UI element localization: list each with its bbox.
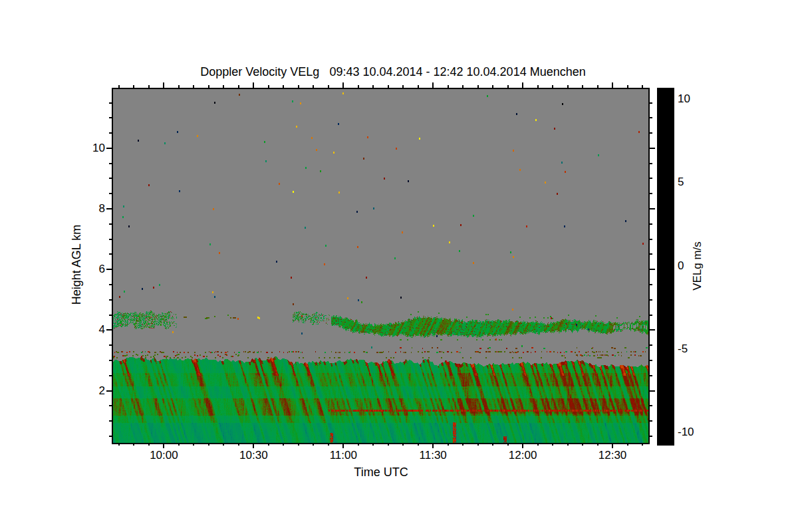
plot-area (112, 88, 650, 444)
cbar-minor-tick (670, 115, 673, 116)
y-minor-tick (109, 253, 112, 255)
x-minor-tick (313, 443, 314, 446)
cbar-minor-tick (670, 299, 673, 300)
colorbar-gradient (658, 89, 673, 444)
x-minor-tick-top (567, 85, 569, 88)
x-minor-tick-top (552, 85, 553, 88)
y-minor-tick (109, 284, 112, 285)
cbar-minor-tick (670, 332, 673, 333)
y-major-tick (106, 329, 112, 331)
x-minor-tick-top (118, 85, 120, 88)
x-tick-label: 10:30 (230, 449, 277, 462)
x-minor-tick (552, 443, 553, 446)
y-minor-tick (109, 315, 112, 316)
x-minor-tick-top (208, 85, 209, 88)
y-minor-tick (109, 163, 112, 164)
cbar-tick-label: -5 (678, 342, 707, 356)
y-minor-tick (109, 405, 112, 406)
cbar-minor-tick (670, 398, 673, 400)
x-minor-tick (268, 443, 269, 446)
y-major-tick (106, 390, 112, 392)
y-minor-tick (109, 420, 112, 422)
x-minor-tick (118, 443, 120, 446)
cbar-major-tick (668, 432, 673, 433)
y-major-tick (106, 148, 112, 149)
x-minor-tick (208, 443, 209, 446)
x-axis-title: Time UTC (354, 466, 408, 479)
y-tick-label: 8 (78, 202, 105, 215)
y-minor-tick-right (650, 132, 652, 134)
y-tick-label: 4 (78, 323, 105, 336)
cbar-minor-tick (670, 249, 673, 250)
x-minor-tick-top (402, 85, 404, 88)
cbar-major-tick (668, 265, 673, 267)
y-minor-tick (109, 436, 112, 437)
y-minor-tick-right (650, 284, 652, 285)
x-minor-tick (133, 443, 134, 446)
x-minor-tick-top (223, 85, 224, 88)
x-tick-label: 11:00 (320, 449, 366, 462)
x-minor-tick (148, 443, 150, 446)
cbar-major-tick (668, 182, 673, 183)
x-minor-tick-top (418, 85, 419, 88)
x-minor-tick (223, 443, 224, 446)
x-minor-tick (477, 443, 479, 446)
x-minor-tick-top (448, 85, 449, 88)
y-minor-tick-right (650, 253, 652, 255)
x-major-tick (342, 443, 344, 448)
cbar-tick-label: 10 (678, 92, 707, 106)
x-minor-tick-top (238, 85, 239, 88)
y-tick-label: 10 (78, 142, 105, 155)
x-minor-tick (492, 443, 493, 446)
x-minor-tick-top (462, 85, 464, 88)
x-minor-tick (507, 443, 509, 446)
x-minor-tick-top (313, 85, 314, 88)
y-minor-tick-right (650, 102, 652, 104)
y-minor-tick-right (650, 239, 652, 240)
x-minor-tick (567, 443, 569, 446)
x-minor-tick-top (582, 85, 583, 88)
y-minor-tick-right (650, 117, 652, 118)
x-minor-tick (283, 443, 284, 446)
cbar-minor-tick (670, 132, 673, 133)
y-minor-tick (109, 132, 112, 134)
x-minor-tick-top (477, 85, 479, 88)
x-minor-tick (537, 443, 539, 446)
x-tick-label: 11:30 (410, 449, 456, 462)
cbar-minor-tick (670, 232, 673, 233)
x-minor-tick-top (372, 85, 374, 88)
x-major-tick-top (612, 82, 613, 88)
chart-title: Doppler Velocity VELg 09:43 10.04.2014 -… (200, 65, 585, 79)
y-minor-tick-right (650, 163, 652, 164)
x-major-tick-top (163, 82, 164, 88)
x-minor-tick (627, 443, 628, 446)
y-major-tick-right (650, 148, 655, 149)
y-minor-tick (109, 102, 112, 104)
y-tick-label: 2 (78, 384, 105, 398)
y-minor-tick-right (650, 299, 652, 301)
y-minor-tick-right (650, 360, 652, 361)
x-minor-tick-top (268, 85, 269, 88)
cbar-major-tick (668, 348, 673, 350)
x-minor-tick-top (148, 85, 150, 88)
y-minor-tick (109, 223, 112, 225)
y-minor-tick-right (650, 178, 652, 179)
cbar-minor-tick (670, 165, 673, 166)
x-major-tick (432, 443, 434, 448)
y-minor-tick (109, 299, 112, 301)
x-major-tick (163, 443, 164, 448)
y-minor-tick (109, 375, 112, 376)
y-minor-tick-right (650, 436, 652, 437)
x-major-tick-top (522, 82, 523, 88)
y-minor-tick (109, 239, 112, 240)
x-major-tick (253, 443, 254, 448)
y-major-tick (106, 208, 112, 209)
x-minor-tick (358, 443, 359, 446)
x-minor-tick (418, 443, 419, 446)
x-minor-tick-top (537, 85, 539, 88)
x-minor-tick (597, 443, 598, 446)
x-minor-tick (178, 443, 180, 446)
y-minor-tick (109, 117, 112, 118)
cbar-minor-tick (670, 382, 673, 383)
x-minor-tick-top (283, 85, 284, 88)
